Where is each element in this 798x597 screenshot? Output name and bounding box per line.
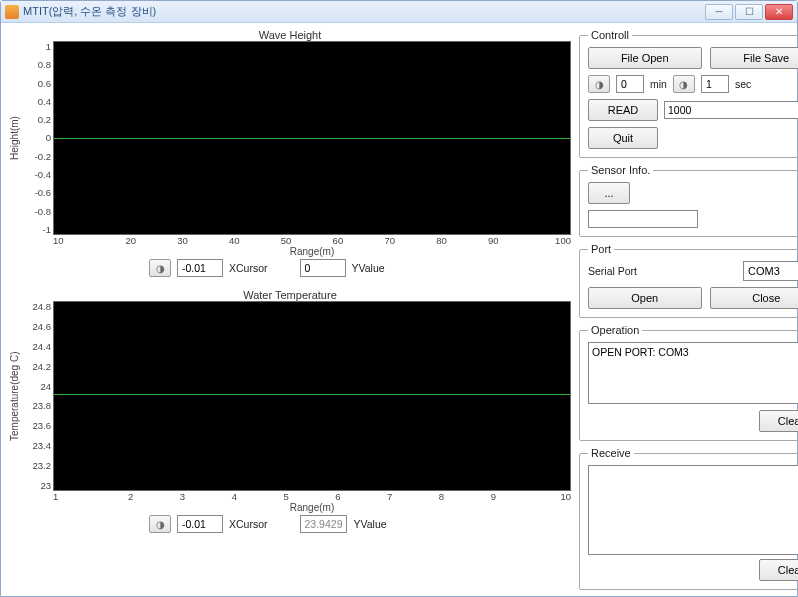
chart-wave-height: Wave Height Height(m) 10.80.60.40.20-0.2… bbox=[9, 29, 571, 277]
chart-title: Water Temperature bbox=[9, 289, 571, 301]
yvalue-box: 23.9429 bbox=[300, 515, 348, 533]
close-button[interactable]: ✕ bbox=[765, 4, 793, 20]
min-knob[interactable]: ◑ bbox=[588, 75, 610, 93]
xcursor-label: XCursor bbox=[229, 262, 268, 274]
operation-panel: Operation OPEN PORT: COM3 Clear bbox=[579, 324, 798, 441]
port-panel: Port Serial Port COM3 Open Close bbox=[579, 243, 798, 318]
plot-area[interactable] bbox=[53, 41, 571, 235]
serial-port-select[interactable]: COM3 bbox=[743, 261, 798, 281]
y-axis-label: Height(m) bbox=[9, 41, 25, 235]
y-axis-label: Temperature(deg C) bbox=[9, 301, 25, 491]
yvalue-label: YValue bbox=[352, 262, 385, 274]
min-label: min bbox=[650, 78, 667, 90]
titlebar[interactable]: MTIT(압력, 수온 측정 장비) ─ ☐ ✕ bbox=[1, 1, 797, 23]
sensor-info-field[interactable] bbox=[588, 210, 698, 228]
app-icon bbox=[5, 5, 19, 19]
operation-log[interactable]: OPEN PORT: COM3 bbox=[588, 342, 798, 404]
xcursor-knob[interactable]: ◑ bbox=[149, 515, 171, 533]
xcursor-value[interactable]: -0.01 bbox=[177, 515, 223, 533]
window-controls: ─ ☐ ✕ bbox=[705, 4, 793, 20]
receive-panel: Receive Clear bbox=[579, 447, 798, 590]
yvalue-label: YValue bbox=[353, 518, 386, 530]
maximize-button[interactable]: ☐ bbox=[735, 4, 763, 20]
control-legend: Controll bbox=[588, 29, 632, 41]
x-ticks: 102030405060708090100 bbox=[53, 235, 571, 246]
quit-button[interactable]: Quit bbox=[588, 127, 658, 149]
trace-line bbox=[54, 138, 570, 139]
receive-clear-button[interactable]: Clear bbox=[759, 559, 798, 581]
receive-legend: Receive bbox=[588, 447, 634, 459]
control-panel: Controll File Open File Save ◑ 0 min ◑ 1… bbox=[579, 29, 798, 158]
x-axis-label: Range(m) bbox=[53, 502, 571, 513]
min-value[interactable]: 0 bbox=[616, 75, 644, 93]
port-open-button[interactable]: Open bbox=[588, 287, 702, 309]
trace-line bbox=[54, 394, 570, 395]
operation-clear-button[interactable]: Clear bbox=[759, 410, 798, 432]
sec-value[interactable]: 1 bbox=[701, 75, 729, 93]
y-ticks: 24.824.624.424.22423.823.623.423.223 bbox=[25, 301, 53, 491]
x-axis-label: Range(m) bbox=[53, 246, 571, 257]
file-open-button[interactable]: File Open bbox=[588, 47, 702, 69]
chart-water-temperature: Water Temperature Temperature(deg C) 24.… bbox=[9, 289, 571, 533]
y-ticks: 10.80.60.40.20-0.2-0.4-0.6-0.8-1 bbox=[25, 41, 53, 235]
xcursor-knob[interactable]: ◑ bbox=[149, 259, 171, 277]
xcursor-value[interactable]: -0.01 bbox=[177, 259, 223, 277]
sec-label: sec bbox=[735, 78, 751, 90]
plot-area[interactable] bbox=[53, 301, 571, 491]
chart-title: Wave Height bbox=[9, 29, 571, 41]
xcursor-label: XCursor bbox=[229, 518, 268, 530]
sensor-info-panel: Sensor Info. ... bbox=[579, 164, 798, 237]
read-button[interactable]: READ bbox=[588, 99, 658, 121]
serial-port-label: Serial Port bbox=[588, 265, 737, 277]
port-close-button[interactable]: Close bbox=[710, 287, 799, 309]
sensor-info-button[interactable]: ... bbox=[588, 182, 630, 204]
port-legend: Port bbox=[588, 243, 614, 255]
window-title: MTIT(압력, 수온 측정 장비) bbox=[23, 4, 156, 19]
receive-log[interactable] bbox=[588, 465, 798, 555]
x-ticks: 12345678910 bbox=[53, 491, 571, 502]
yvalue-box[interactable]: 0 bbox=[300, 259, 346, 277]
minimize-button[interactable]: ─ bbox=[705, 4, 733, 20]
interval-input[interactable] bbox=[664, 101, 798, 119]
app-window: MTIT(압력, 수온 측정 장비) ─ ☐ ✕ Wave Height Hei… bbox=[0, 0, 798, 597]
sec-knob[interactable]: ◑ bbox=[673, 75, 695, 93]
operation-legend: Operation bbox=[588, 324, 642, 336]
file-save-button[interactable]: File Save bbox=[710, 47, 799, 69]
sensor-legend: Sensor Info. bbox=[588, 164, 653, 176]
